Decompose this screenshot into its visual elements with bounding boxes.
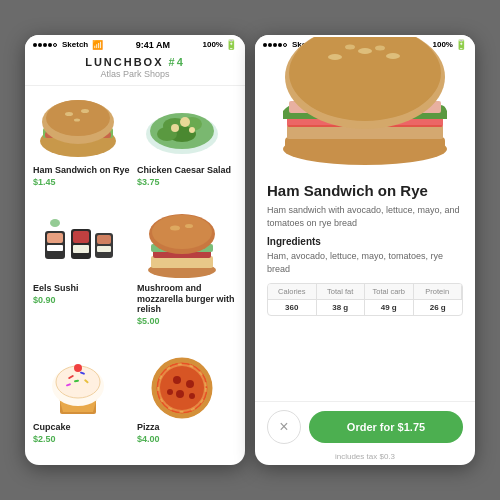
ingredients-label: Ingredients <box>267 236 463 247</box>
detail-description: Ham sandwich with avocado, lettuce, mayo… <box>267 204 463 229</box>
signal-icon <box>33 43 57 47</box>
menu-item-sushi[interactable]: Eels Sushi $0.90 <box>33 212 133 347</box>
svg-point-47 <box>160 366 204 410</box>
svg-point-26 <box>50 219 60 227</box>
ham-sandwich-name: Ham Sandwich on Rye <box>33 165 130 176</box>
detail-content: Ham Sandwich on Rye Ham sandwich with av… <box>255 172 475 401</box>
time-display: 9:41 AM <box>136 40 170 50</box>
nutrition-carb-value: 49 g <box>365 300 414 315</box>
salad-name: Chicken Caesar Salad <box>137 165 231 176</box>
cupcake-image <box>33 351 123 419</box>
svg-rect-24 <box>97 235 111 244</box>
svg-point-51 <box>167 389 173 395</box>
nutrition-fat-value: 38 g <box>317 300 366 315</box>
svg-rect-18 <box>47 233 63 243</box>
menu-list-screen: Sketch 📶 9:41 AM 100% 🔋 LUNCHBOX #4 Atla… <box>25 35 245 465</box>
svg-point-43 <box>74 364 82 372</box>
svg-point-50 <box>176 390 184 398</box>
menu-item-ham-sandwich[interactable]: Ham Sandwich on Rye $1.45 <box>33 94 133 208</box>
svg-point-64 <box>386 53 400 59</box>
svg-point-66 <box>375 46 385 51</box>
app-header: LUNCHBOX #4 Atlas Park Shops <box>25 52 245 86</box>
nutrition-fat-header: Total fat <box>317 284 366 300</box>
wifi-icon: 📶 <box>92 40 103 50</box>
svg-rect-56 <box>285 137 445 151</box>
svg-point-14 <box>180 117 190 127</box>
svg-point-5 <box>65 112 73 116</box>
pizza-name: Pizza <box>137 422 160 433</box>
salad-image <box>137 94 227 162</box>
burger-image <box>137 212 227 280</box>
carrier-label: Sketch <box>62 40 88 49</box>
svg-point-62 <box>328 54 342 60</box>
menu-item-salad[interactable]: Chicken Caesar Salad $3.75 <box>137 94 237 208</box>
menu-item-burger[interactable]: Mushroom and mozzarella burger with reli… <box>137 212 237 347</box>
svg-point-16 <box>189 127 195 133</box>
burger-name: Mushroom and mozzarella burger with reli… <box>137 283 237 315</box>
svg-rect-21 <box>73 231 89 243</box>
svg-point-7 <box>74 118 80 121</box>
cancel-button[interactable]: × <box>267 410 301 444</box>
status-left: Sketch 📶 <box>33 40 103 50</box>
nutrition-calories-value: 360 <box>268 300 317 315</box>
svg-rect-19 <box>47 245 63 251</box>
svg-rect-22 <box>73 245 89 253</box>
action-bar: × Order for $1.75 includes tax $0.3 <box>255 401 475 465</box>
svg-point-33 <box>170 225 180 230</box>
nutrition-carb-header: Total carb <box>365 284 414 300</box>
svg-point-52 <box>189 393 195 399</box>
nutrition-protein-header: Protein <box>414 284 463 300</box>
battery-icon: 🔋 <box>225 39 237 50</box>
detail-title: Ham Sandwich on Rye <box>267 182 463 199</box>
nutrition-protein-value: 26 g <box>414 300 463 315</box>
nutrition-table: Calories Total fat Total carb Protein 36… <box>267 283 463 316</box>
svg-point-49 <box>186 380 194 388</box>
battery-percent: 100% <box>203 40 223 49</box>
order-button[interactable]: Order for $1.75 <box>309 411 463 443</box>
pizza-price: $4.00 <box>137 434 160 444</box>
svg-point-4 <box>46 100 110 136</box>
battery-area: 100% 🔋 <box>203 39 237 50</box>
nutrition-calories-header: Calories <box>268 284 317 300</box>
hero-sandwich-image <box>275 37 455 167</box>
store-location: Atlas Park Shops <box>25 69 245 79</box>
item-detail-screen: Sketch 📶 9:41 AM 100% 🔋 <box>255 35 475 465</box>
svg-point-65 <box>345 45 355 50</box>
svg-point-34 <box>185 224 193 228</box>
cupcake-name: Cupcake <box>33 422 71 433</box>
menu-item-cupcake[interactable]: Cupcake $2.50 <box>33 351 133 465</box>
cupcake-price: $2.50 <box>33 434 56 444</box>
ham-sandwich-price: $1.45 <box>33 177 56 187</box>
burger-price: $5.00 <box>137 316 160 326</box>
detail-battery-icon: 🔋 <box>455 39 467 50</box>
tax-note: includes tax $0.3 <box>255 452 475 465</box>
svg-point-63 <box>358 48 372 54</box>
status-bar: Sketch 📶 9:41 AM 100% 🔋 <box>25 35 245 52</box>
sushi-price: $0.90 <box>33 295 56 305</box>
svg-point-48 <box>173 376 181 384</box>
menu-item-pizza[interactable]: Pizza $4.00 <box>137 351 237 465</box>
svg-point-6 <box>81 109 89 113</box>
sushi-name: Eels Sushi <box>33 283 79 294</box>
svg-point-32 <box>152 215 212 249</box>
ingredients-text: Ham, avocado, lettuce, mayo, tomatoes, r… <box>267 250 463 275</box>
app-name: LUNCHBOX #4 <box>25 56 245 68</box>
hero-image-container <box>255 52 475 172</box>
sushi-image <box>33 212 123 280</box>
pizza-image <box>137 351 227 419</box>
svg-rect-25 <box>97 246 111 252</box>
svg-point-15 <box>171 124 179 132</box>
ham-sandwich-image <box>33 94 123 162</box>
menu-grid: Ham Sandwich on Rye $1.45 <box>25 86 245 465</box>
salad-price: $3.75 <box>137 177 160 187</box>
